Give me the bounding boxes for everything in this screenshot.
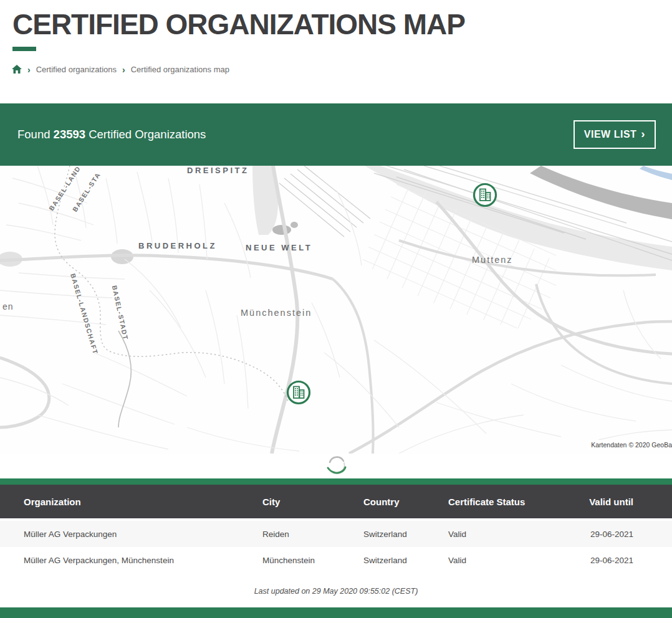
cell-country: Switzerland xyxy=(363,547,448,573)
cell-country: Switzerland xyxy=(363,520,448,547)
chevron-right-icon: › xyxy=(27,65,31,74)
bottom-green-bar xyxy=(0,607,672,618)
cell-organization: Müller AG Verpackungen, Münchenstein xyxy=(0,547,262,573)
view-list-button[interactable]: VIEW LIST › xyxy=(574,120,656,149)
loading-spinner-icon xyxy=(326,455,347,478)
cell-certificate-status: Valid xyxy=(448,547,586,573)
map-attribution: Kartendaten © 2020 GeoBa xyxy=(588,440,672,450)
last-updated-text: Last updated on 29 May 2020 09:55:02 (CE… xyxy=(0,587,672,596)
column-valid-until: Valid until xyxy=(586,485,672,520)
cell-valid-until: 29-06-2021 xyxy=(586,520,672,547)
map-canvas xyxy=(0,166,672,454)
spinner-strip xyxy=(0,454,672,478)
found-count: 23593 xyxy=(54,128,85,141)
page-header: CERTIFIED ORGANIZATIONS MAP › Certified … xyxy=(0,0,672,103)
cell-certificate-status: Valid xyxy=(448,520,586,547)
breadcrumb-certified-organizations-map[interactable]: Certified organizations map xyxy=(131,65,229,74)
results-banner: Found 23593 Certified Organizations VIEW… xyxy=(0,103,672,166)
title-underline xyxy=(12,47,36,51)
organization-marker[interactable] xyxy=(286,379,312,406)
organizations-map[interactable]: DREISPITZ BRUDERHOLZ NEUE WELT Muttenz M… xyxy=(0,166,672,454)
cell-valid-until: 29-06-2021 xyxy=(586,547,672,573)
cell-organization: Müller AG Verpackungen xyxy=(0,520,262,547)
organization-marker[interactable] xyxy=(472,182,498,208)
breadcrumb-certified-organizations[interactable]: Certified organizations xyxy=(36,65,117,74)
column-city: City xyxy=(262,485,363,520)
column-organization: Organization xyxy=(0,485,262,520)
table-accent-bar xyxy=(0,478,672,485)
table-header-row: Organization City Country Certificate St… xyxy=(0,485,672,520)
cell-city: Münchenstein xyxy=(262,547,363,573)
breadcrumb: › Certified organizations › Certified or… xyxy=(12,65,229,74)
cell-city: Reiden xyxy=(262,520,363,547)
column-country: Country xyxy=(363,485,448,520)
found-count-text: Found 23593 Certified Organizations xyxy=(17,103,206,166)
home-icon[interactable] xyxy=(12,65,22,74)
organizations-table: Organization City Country Certificate St… xyxy=(0,485,672,573)
certified-organizations-map-page: CERTIFIED ORGANIZATIONS MAP › Certified … xyxy=(0,0,672,618)
table-row[interactable]: Müller AG Verpackungen, Münchenstein Mün… xyxy=(0,547,672,573)
chevron-right-icon: › xyxy=(641,127,645,141)
page-title: CERTIFIED ORGANIZATIONS MAP xyxy=(12,7,465,41)
column-certificate-status: Certificate Status xyxy=(448,485,586,520)
chevron-right-icon: › xyxy=(122,65,125,74)
table-row[interactable]: Müller AG Verpackungen Reiden Switzerlan… xyxy=(0,520,672,547)
